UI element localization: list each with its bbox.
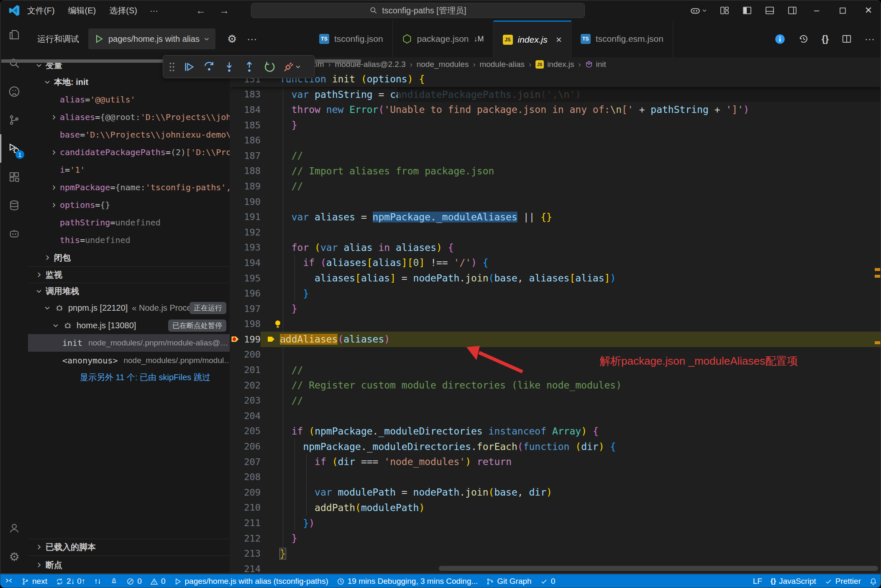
gutter-glyph[interactable] xyxy=(230,102,241,118)
code-line-188[interactable]: 188 // Import aliases from package.json xyxy=(230,164,881,179)
line-number[interactable]: 188 xyxy=(241,166,261,176)
line-content[interactable]: } xyxy=(261,301,881,317)
bot-icon[interactable] xyxy=(0,220,28,248)
code-line-213[interactable]: 213} xyxy=(230,546,881,561)
line-number[interactable]: 184 xyxy=(241,105,261,115)
code-line-189[interactable]: 189 // xyxy=(230,179,881,194)
code-line-195[interactable]: 195 aliases[alias] = nodePath.join(base,… xyxy=(230,271,881,286)
menu-selection[interactable]: 选择(S) xyxy=(102,3,144,18)
status-item-2↓ 0↑[interactable]: 2↓ 0↑ xyxy=(51,574,90,588)
line-content[interactable]: addPath(modulePath) xyxy=(261,500,881,516)
launch-config-dropdown[interactable]: pages/home.js with alias xyxy=(88,28,215,49)
nav-back-icon[interactable]: ← xyxy=(189,5,213,16)
gutter-glyph[interactable] xyxy=(230,424,241,439)
variable-candidatePackagePaths[interactable]: candidatePackagePaths = (2) ['D:\\Projec… xyxy=(28,143,230,161)
line-number[interactable]: 205 xyxy=(241,426,261,436)
more-actions-icon[interactable]: ··· xyxy=(865,33,875,45)
gutter-glyph[interactable] xyxy=(230,439,241,454)
gutter-glyph[interactable] xyxy=(230,454,241,470)
code-line-186[interactable]: 186 xyxy=(230,133,881,148)
view-more-actions-icon[interactable]: ··· xyxy=(247,33,257,45)
editor-pane[interactable]: node_modules›.pnpm›module-alias@2.2.3›no… xyxy=(230,57,881,574)
status-item-rocket[interactable] xyxy=(106,574,122,588)
line-content[interactable]: if (dir === 'node_modules') return xyxy=(261,454,881,470)
timeline-history-icon[interactable] xyxy=(798,33,809,44)
gutter-glyph[interactable] xyxy=(230,286,241,301)
line-content[interactable]: } xyxy=(261,286,881,301)
show-more-frames-link[interactable]: 显示另外 11 个: 已由 skipFiles 跳过 xyxy=(28,369,230,385)
gutter-glyph[interactable] xyxy=(230,271,241,286)
sticky-scroll-line[interactable]: 151function init (options) { xyxy=(230,72,881,87)
line-number[interactable]: 183 xyxy=(241,89,261,100)
breadcrumb-item-index.js[interactable]: JSindex.js xyxy=(535,60,574,69)
status-item-0[interactable]: 0 xyxy=(146,574,170,588)
line-content[interactable]: // xyxy=(261,148,881,164)
gutter-glyph[interactable] xyxy=(230,362,241,378)
line-number[interactable]: 201 xyxy=(241,365,261,375)
code-line-197[interactable]: 197 } xyxy=(230,301,881,317)
code-line-212[interactable]: 212 } xyxy=(230,531,881,546)
line-content[interactable] xyxy=(261,408,881,424)
line-number[interactable]: 204 xyxy=(241,411,261,421)
line-number[interactable]: 187 xyxy=(241,151,261,161)
line-content[interactable]: addAliases(aliases) xyxy=(261,332,881,347)
gutter-glyph[interactable] xyxy=(230,87,241,102)
scope-closure[interactable]: 闭包 xyxy=(28,249,230,266)
menu-more[interactable]: ··· xyxy=(144,6,164,15)
close-tab-icon[interactable]: × xyxy=(556,34,562,46)
status-item-LF[interactable]: LF xyxy=(749,574,766,588)
line-number[interactable]: 189 xyxy=(241,181,261,192)
line-number[interactable]: 193 xyxy=(241,242,261,253)
variable-npmPackage[interactable]: npmPackage = {name: 'tsconfig-paths', ve… xyxy=(28,179,230,196)
status-item-pages/home.js with alias (tsconfig-paths)[interactable]: pages/home.js with alias (tsconfig-paths… xyxy=(170,574,333,588)
customize-layout-icon[interactable] xyxy=(713,0,736,20)
line-number[interactable]: 202 xyxy=(241,380,261,391)
search-icon[interactable] xyxy=(0,49,28,77)
code-line-211[interactable]: 211 }) xyxy=(230,515,881,531)
code-line-194[interactable]: 194 if (aliases[alias][0] !== '/') { xyxy=(230,255,881,271)
line-number[interactable]: 199 xyxy=(241,334,261,345)
gutter-glyph[interactable] xyxy=(230,546,241,561)
line-content[interactable]: } xyxy=(261,118,881,133)
toggle-secondary-sidebar-icon[interactable] xyxy=(781,0,804,20)
start-debug-icon[interactable] xyxy=(94,34,104,44)
menu-edit[interactable]: 编辑(E) xyxy=(61,3,103,18)
gutter-glyph[interactable] xyxy=(230,317,241,332)
line-number[interactable]: 197 xyxy=(241,304,261,314)
extensions-icon[interactable] xyxy=(0,163,28,191)
code-line-205[interactable]: 205 if (npmPackage._moduleDirectories in… xyxy=(230,424,881,439)
section-loaded-scripts[interactable]: 已载入的脚本 xyxy=(28,539,229,555)
maximize-button[interactable] xyxy=(830,0,855,20)
line-content[interactable]: } xyxy=(261,531,881,546)
continue-button[interactable] xyxy=(180,58,198,76)
line-content[interactable]: } xyxy=(261,546,881,561)
section-watch[interactable]: 监视 xyxy=(28,266,230,283)
gutter-glyph[interactable] xyxy=(230,133,241,148)
explorer-icon[interactable] xyxy=(0,20,28,49)
step-over-button[interactable] xyxy=(200,58,218,76)
gutter-glyph[interactable] xyxy=(230,194,241,210)
line-number[interactable]: 207 xyxy=(241,457,261,467)
line-number[interactable]: 203 xyxy=(241,395,261,406)
gutter-glyph[interactable] xyxy=(230,301,241,317)
source-control-icon[interactable] xyxy=(0,106,28,134)
line-content[interactable] xyxy=(261,469,881,485)
breadcrumb-item-init[interactable]: init xyxy=(585,60,606,69)
status-item-Git Graph[interactable]: Git Graph xyxy=(482,574,535,588)
drag-grip-icon[interactable] xyxy=(166,58,178,76)
gutter-glyph[interactable] xyxy=(230,393,241,408)
nav-forward-icon[interactable]: → xyxy=(213,5,236,16)
line-number[interactable]: 210 xyxy=(241,502,261,513)
line-number[interactable]: 190 xyxy=(241,197,261,207)
debug-session-home[interactable]: home.js [13080] 已在断点处暂停 xyxy=(28,317,230,334)
line-number[interactable]: 194 xyxy=(241,258,261,268)
line-number[interactable]: 195 xyxy=(241,273,261,284)
toggle-panel-icon[interactable] xyxy=(758,0,781,20)
status-item-JavaScript[interactable]: {}JavaScript xyxy=(766,574,820,588)
line-number[interactable]: 208 xyxy=(241,472,261,482)
line-number[interactable]: 214 xyxy=(241,564,261,574)
code-area[interactable]: 183 var pathString = candidatePackagePat… xyxy=(230,87,881,574)
command-center-search[interactable]: tsconfig-paths [管理员] xyxy=(251,3,585,18)
close-button[interactable]: ✕ xyxy=(855,0,881,20)
variable-alias[interactable]: alias = '@@utils' xyxy=(28,91,230,108)
